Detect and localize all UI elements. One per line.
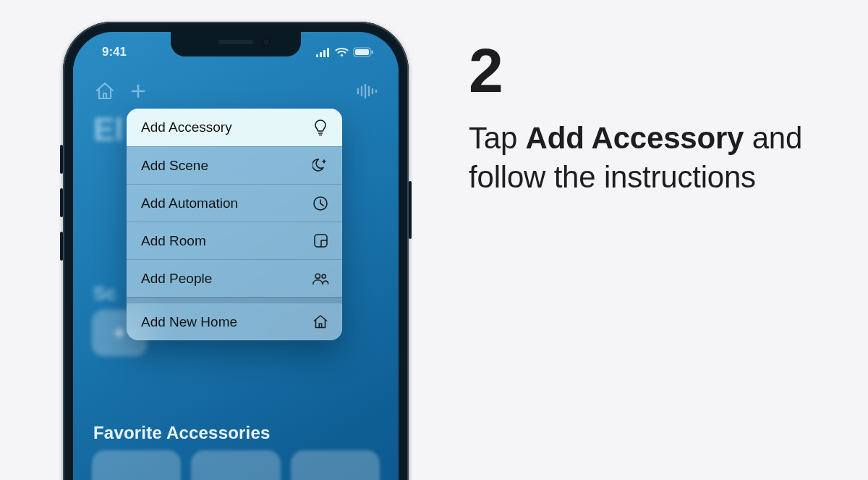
menu-item-label: Add Room bbox=[141, 233, 206, 249]
people-icon bbox=[312, 270, 329, 287]
svg-point-10 bbox=[315, 274, 320, 278]
favorite-accessories-label: Favorite Accessories bbox=[93, 423, 271, 443]
home-toolbar bbox=[73, 77, 399, 106]
menu-item-label: Add Automation bbox=[141, 195, 238, 211]
instruction-text: Tap Add Accessory and follow the instruc… bbox=[469, 119, 825, 197]
status-time: 9:41 bbox=[102, 45, 127, 59]
instruction-bold: Add Accessory bbox=[526, 121, 744, 155]
menu-item-label: Add Scene bbox=[141, 158, 208, 174]
iphone-screen: 9:41 bbox=[73, 32, 399, 480]
instruction-pre: Tap bbox=[469, 121, 526, 155]
add-button[interactable] bbox=[127, 80, 150, 103]
home-icon bbox=[312, 313, 329, 331]
scenes-section-label: Sc bbox=[93, 282, 116, 305]
favorite-cards-row bbox=[92, 450, 380, 480]
menu-item-label: Add Accessory bbox=[141, 119, 232, 135]
svg-point-4 bbox=[341, 54, 343, 56]
menu-item-label: Add New Home bbox=[141, 314, 237, 330]
menu-item-add-people[interactable]: Add People bbox=[127, 259, 342, 297]
menu-item-add-accessory[interactable]: Add Accessory bbox=[127, 109, 342, 146]
cellular-icon bbox=[316, 48, 331, 57]
home-title-fragment: El bbox=[93, 111, 124, 148]
svg-rect-1 bbox=[320, 52, 322, 57]
step-number: 2 bbox=[469, 39, 825, 101]
lightbulb-icon bbox=[312, 119, 329, 136]
plus-glyph: + bbox=[113, 321, 126, 345]
wifi-icon bbox=[335, 47, 349, 57]
svg-rect-7 bbox=[372, 51, 373, 54]
svg-point-11 bbox=[322, 274, 326, 278]
moon-icon bbox=[312, 157, 329, 174]
menu-item-add-automation[interactable]: Add Automation bbox=[127, 184, 342, 222]
svg-rect-2 bbox=[323, 50, 326, 57]
menu-item-label: Add People bbox=[141, 271, 212, 287]
iphone-frame: 9:41 bbox=[63, 22, 409, 480]
clock-icon bbox=[312, 195, 329, 212]
menu-item-add-new-home[interactable]: Add New Home bbox=[127, 303, 342, 340]
intercom-icon[interactable] bbox=[355, 80, 378, 103]
battery-icon bbox=[353, 47, 374, 57]
room-icon bbox=[312, 232, 329, 250]
svg-rect-3 bbox=[327, 48, 329, 57]
home-icon[interactable] bbox=[93, 80, 116, 103]
notch bbox=[171, 32, 301, 56]
menu-item-add-scene[interactable]: Add Scene bbox=[127, 146, 342, 184]
instruction-panel: 2 Tap Add Accessory and follow the instr… bbox=[469, 39, 825, 197]
menu-separator bbox=[127, 297, 342, 303]
menu-item-add-room[interactable]: Add Room bbox=[127, 222, 342, 259]
svg-rect-0 bbox=[316, 54, 318, 57]
svg-rect-6 bbox=[355, 49, 369, 55]
add-context-menu: Add Accessory Add Scene Add Automation A… bbox=[127, 109, 342, 340]
